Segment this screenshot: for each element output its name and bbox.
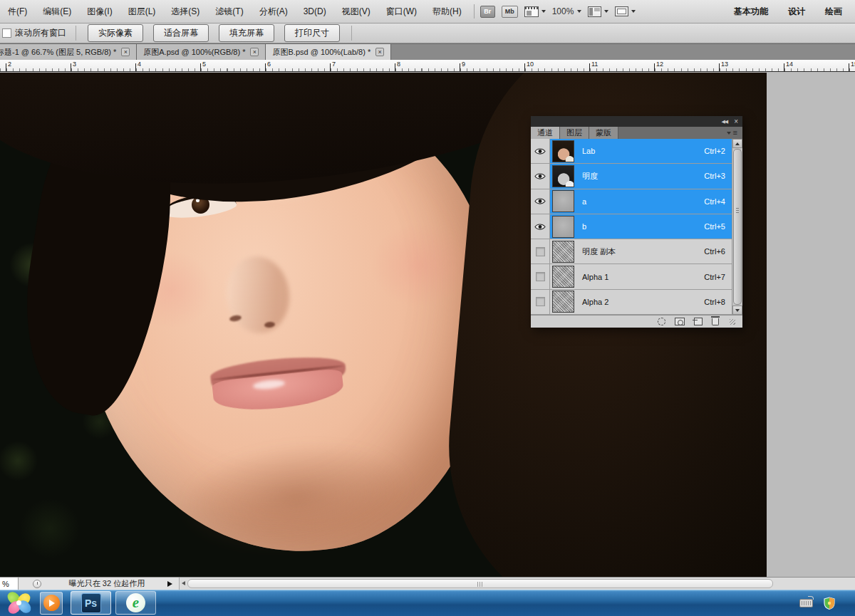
document-tab[interactable]: 原图A.psd @ 100%(RGB/8) *× — [137, 44, 266, 60]
scrollbar-thumb[interactable] — [733, 149, 742, 305]
channel-row[interactable]: bCtrl+5 — [531, 214, 732, 239]
divider — [76, 26, 76, 41]
panel-scrollbar[interactable] — [732, 139, 742, 315]
ruler-number: 11 — [591, 61, 598, 68]
zoom-level-button[interactable]: 100% — [552, 6, 582, 16]
channel-row-main[interactable]: LabCtrl+2 — [550, 139, 732, 163]
channel-row-main[interactable]: 明度Ctrl+3 — [550, 164, 732, 188]
tab-close-icon[interactable]: × — [375, 48, 384, 56]
panel-menu-button[interactable]: ≡ — [727, 127, 742, 139]
save-selection-as-channel-icon[interactable] — [675, 318, 685, 325]
document-tab[interactable]: 原图B.psd @ 100%(Lab/8) *× — [266, 44, 391, 60]
channel-row-main[interactable]: aCtrl+4 — [550, 189, 732, 214]
security-shield-icon[interactable] — [824, 597, 835, 610]
menu-item[interactable]: 窗口(W) — [378, 0, 425, 23]
channel-visibility-toggle[interactable] — [531, 214, 550, 239]
menu-item[interactable]: 编辑(E) — [35, 0, 79, 23]
channel-visibility-toggle[interactable] — [531, 290, 550, 314]
channel-row-main[interactable]: Alpha 2Ctrl+8 — [550, 290, 732, 314]
arrange-documents-button[interactable] — [588, 6, 608, 17]
options-button[interactable]: 填充屏幕 — [219, 24, 274, 42]
close-panel-icon[interactable]: × — [734, 118, 738, 125]
menu-item[interactable]: 视图(V) — [334, 0, 378, 23]
menu-item[interactable]: 滤镜(T) — [207, 0, 251, 23]
options-button[interactable]: 实际像素 — [88, 24, 143, 42]
ruler-number: 12 — [656, 61, 663, 68]
ruler-tick — [589, 63, 590, 71]
channel-thumbnail[interactable] — [552, 266, 574, 288]
channel-row-main[interactable]: bCtrl+5 — [550, 214, 732, 239]
status-info-icon[interactable] — [33, 580, 41, 588]
chevron-down-icon — [604, 10, 608, 13]
ruler-number: 5 — [202, 61, 206, 68]
menu-item[interactable]: 图层(L) — [120, 0, 164, 23]
menu-item[interactable]: 件(F) — [0, 0, 35, 23]
channel-row-main[interactable]: 明度 副本Ctrl+6 — [550, 239, 732, 263]
tab-close-icon[interactable]: × — [121, 48, 130, 56]
browser-taskbar-button[interactable]: e — [115, 591, 156, 615]
ruler-number: 10 — [527, 61, 534, 68]
channel-row[interactable]: aCtrl+4 — [531, 189, 732, 214]
channel-name: Lab — [582, 147, 595, 155]
delete-channel-icon[interactable] — [712, 318, 719, 325]
channel-row[interactable]: Alpha 2Ctrl+8 — [531, 290, 732, 315]
options-button[interactable]: 适合屏幕 — [153, 24, 209, 42]
tab-close-icon[interactable]: × — [250, 48, 259, 56]
horizontal-scrollbar-thumb[interactable] — [187, 579, 773, 588]
channel-thumbnail[interactable] — [552, 140, 574, 162]
options-button[interactable]: 打印尺寸 — [284, 24, 340, 42]
new-channel-icon[interactable] — [694, 318, 703, 325]
scroll-up-arrow[interactable] — [732, 139, 742, 148]
channel-thumbnail[interactable] — [552, 165, 574, 187]
channel-visibility-toggle[interactable] — [531, 264, 550, 288]
eye-empty-well — [536, 272, 545, 281]
status-popup-arrow[interactable] — [167, 581, 172, 587]
media-player-icon[interactable] — [40, 592, 63, 615]
scroll-left-arrow[interactable] — [182, 581, 185, 585]
flower-icon[interactable] — [3, 590, 34, 616]
collapse-panel-icon[interactable]: ◀◀ — [721, 119, 727, 124]
horizontal-scrollbar[interactable] — [179, 578, 855, 590]
play-circle-icon — [43, 595, 60, 611]
channel-thumbnail[interactable] — [552, 241, 574, 263]
channel-visibility-toggle[interactable] — [531, 189, 550, 214]
scroll-all-windows-label[interactable]: 滚动所有窗口 — [15, 27, 66, 39]
photoshop-taskbar-button[interactable]: Ps — [71, 591, 111, 615]
channel-row[interactable]: Alpha 1Ctrl+7 — [531, 264, 732, 289]
view-extras-button[interactable] — [524, 6, 546, 17]
scroll-all-windows-checkbox[interactable] — [2, 28, 11, 38]
channel-row-main[interactable]: Alpha 1Ctrl+7 — [550, 264, 732, 288]
menu-item[interactable]: 帮助(H) — [425, 0, 470, 23]
mini-bridge-button[interactable]: Mb — [502, 6, 518, 18]
panel-tab-蒙版[interactable]: 蒙版 — [589, 127, 618, 139]
menu-item[interactable]: 3D(D) — [296, 0, 334, 23]
channel-row[interactable]: 明度 副本Ctrl+6 — [531, 239, 732, 264]
document-tab[interactable]: 标题-1 @ 66.7% (图层 5, RGB/8) *× — [0, 44, 137, 60]
workspace-button[interactable]: 设计 — [788, 6, 805, 18]
panel-tab-图层[interactable]: 图层 — [560, 127, 589, 139]
workspace-button[interactable]: 基本功能 — [734, 6, 768, 18]
status-zoom-field[interactable]: % — [0, 578, 19, 590]
channel-thumbnail[interactable] — [552, 190, 574, 212]
channel-visibility-toggle[interactable] — [531, 164, 550, 188]
menu-bar: 件(F)编辑(E)图像(I)图层(L)选择(S)滤镜(T)分析(A)3D(D)视… — [0, 0, 855, 24]
menu-item[interactable]: 图像(I) — [79, 0, 120, 23]
document-tab-bar: 标题-1 @ 66.7% (图层 5, RGB/8) *×原图A.psd @ 1… — [0, 43, 855, 60]
channel-thumbnail[interactable] — [552, 291, 574, 313]
menu-item[interactable]: 选择(S) — [163, 0, 207, 23]
keyboard-input-icon[interactable] — [799, 599, 813, 607]
channel-visibility-toggle[interactable] — [531, 139, 550, 163]
workspace-button[interactable]: 绘画 — [825, 6, 842, 18]
channel-row[interactable]: LabCtrl+2 — [531, 139, 732, 164]
channel-row[interactable]: 明度Ctrl+3 — [531, 164, 732, 189]
panel-tab-通道[interactable]: 通道 — [531, 127, 560, 139]
load-channel-as-selection-icon[interactable] — [658, 318, 665, 325]
channel-visibility-toggle[interactable] — [531, 239, 550, 263]
menu-item[interactable]: 分析(A) — [252, 0, 296, 23]
screen-mode-button[interactable] — [615, 6, 636, 16]
scrollbar-grip — [736, 208, 739, 214]
panel-resize-grip[interactable] — [730, 319, 735, 325]
scroll-down-arrow[interactable] — [732, 306, 742, 315]
channel-thumbnail[interactable] — [552, 216, 574, 238]
bridge-button[interactable]: Br — [480, 6, 495, 18]
